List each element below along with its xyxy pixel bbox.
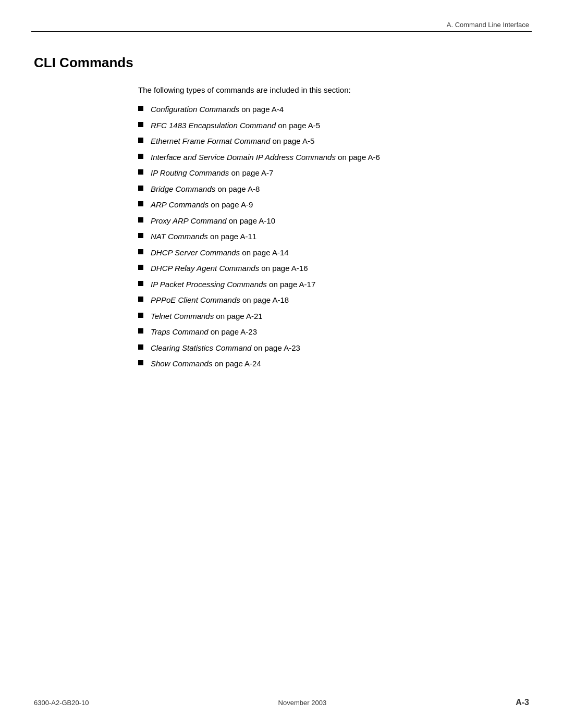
bullet-icon [138, 106, 143, 111]
list-item: DHCP Relay Agent Commands on page A-16 [138, 263, 529, 275]
intro-paragraph: The following types of commands are incl… [138, 85, 529, 94]
list-item-text: DHCP Server Commands on page A-14 [151, 247, 289, 259]
bullet-icon [138, 328, 143, 334]
bullet-icon [138, 169, 143, 175]
list-item-page: on page A-11 [208, 232, 256, 241]
list-item-italic: DHCP Server Commands [151, 248, 240, 257]
bullet-icon [138, 217, 143, 223]
list-item-page: on page A-4 [239, 105, 284, 114]
list-item-page: on page A-6 [336, 153, 380, 162]
list-item: Telnet Commands on page A-21 [138, 311, 529, 323]
bullet-icon [138, 313, 143, 318]
command-list: Configuration Commands on page A-4RFC 14… [138, 104, 529, 370]
list-item-page: on page A-8 [215, 184, 260, 193]
list-item: Ethernet Frame Format Command on page A-… [138, 135, 529, 147]
list-item: PPPoE Client Commands on page A-18 [138, 294, 529, 306]
list-item-page: on page A-9 [209, 200, 253, 209]
list-item-italic: ARP Commands [151, 200, 209, 209]
list-item-italic: Traps Command [151, 327, 209, 336]
list-item-text: Ethernet Frame Format Command on page A-… [151, 135, 314, 147]
bullet-icon [138, 186, 143, 191]
list-item-page: on page A-21 [214, 312, 262, 320]
bullet-icon [138, 249, 143, 254]
list-item: Traps Command on page A-23 [138, 326, 529, 338]
list-item: Interface and Service Domain IP Address … [138, 152, 529, 164]
list-item-text: Configuration Commands on page A-4 [151, 104, 284, 116]
bullet-icon [138, 297, 143, 302]
list-item: Clearing Statistics Command on page A-23 [138, 342, 529, 354]
list-item: RFC 1483 Encapsulation Command on page A… [138, 120, 529, 132]
page-title: CLI Commands [34, 55, 529, 71]
list-item-page: on page A-17 [267, 280, 315, 289]
list-item-page: on page A-5 [276, 121, 320, 130]
bullet-icon [138, 344, 143, 350]
list-item-page: on page A-16 [259, 264, 308, 273]
list-item-italic: PPPoE Client Commands [151, 295, 240, 304]
list-item-text: Interface and Service Domain IP Address … [151, 152, 380, 164]
list-item-text: NAT Commands on page A-11 [151, 231, 256, 243]
list-item-page: on page A-10 [227, 216, 275, 225]
list-item-italic: DHCP Relay Agent Commands [151, 264, 259, 273]
list-item-text: IP Routing Commands on page A-7 [151, 167, 273, 179]
list-item-text: Bridge Commands on page A-8 [151, 183, 260, 195]
main-content: CLI Commands The following types of comm… [34, 44, 529, 374]
list-item-italic: Clearing Statistics Command [151, 343, 251, 352]
list-item-italic: NAT Commands [151, 232, 208, 241]
bullet-icon [138, 154, 143, 159]
page-footer: 6300-A2-GB20-10 November 2003 A-3 [34, 698, 529, 707]
list-item-page: on page A-18 [240, 295, 289, 304]
footer-center: November 2003 [278, 699, 327, 707]
footer-right: A-3 [516, 698, 529, 707]
list-item-page: on page A-7 [229, 168, 273, 177]
list-item-italic: IP Routing Commands [151, 168, 229, 177]
header-rule [31, 31, 532, 32]
list-item-italic: Telnet Commands [151, 312, 214, 320]
list-item-italic: Bridge Commands [151, 184, 215, 193]
footer-left: 6300-A2-GB20-10 [34, 699, 89, 707]
bullet-icon [138, 281, 143, 286]
list-item: Configuration Commands on page A-4 [138, 104, 529, 116]
list-item: IP Packet Processing Commands on page A-… [138, 279, 529, 291]
list-item: NAT Commands on page A-11 [138, 231, 529, 243]
list-item-text: IP Packet Processing Commands on page A-… [151, 279, 315, 291]
list-item: Proxy ARP Command on page A-10 [138, 215, 529, 227]
bullet-icon [138, 138, 143, 143]
list-item-text: Telnet Commands on page A-21 [151, 311, 263, 323]
bullet-icon [138, 360, 143, 365]
list-item-text: Proxy ARP Command on page A-10 [151, 215, 275, 227]
bullet-icon [138, 265, 143, 270]
list-item: Show Commands on page A-24 [138, 358, 529, 370]
list-item-page: on page A-5 [270, 137, 314, 145]
list-item-italic: Interface and Service Domain IP Address … [151, 153, 336, 162]
list-item-italic: Ethernet Frame Format Command [151, 137, 270, 145]
bullet-icon [138, 201, 143, 206]
list-item-text: Show Commands on page A-24 [151, 358, 261, 370]
list-item: IP Routing Commands on page A-7 [138, 167, 529, 179]
list-item-italic: IP Packet Processing Commands [151, 280, 267, 289]
list-item-text: Traps Command on page A-23 [151, 326, 257, 338]
list-item: DHCP Server Commands on page A-14 [138, 247, 529, 259]
list-item-text: DHCP Relay Agent Commands on page A-16 [151, 263, 308, 275]
list-item: Bridge Commands on page A-8 [138, 183, 529, 195]
list-item-page: on page A-24 [212, 359, 261, 368]
list-item-text: PPPoE Client Commands on page A-18 [151, 294, 289, 306]
list-item-page: on page A-23 [251, 343, 300, 352]
bullet-icon [138, 122, 143, 127]
list-item-text: ARP Commands on page A-9 [151, 199, 253, 211]
list-item-text: Clearing Statistics Command on page A-23 [151, 342, 300, 354]
list-item-text: RFC 1483 Encapsulation Command on page A… [151, 120, 320, 132]
list-item-italic: Configuration Commands [151, 105, 239, 114]
list-item-italic: Show Commands [151, 359, 212, 368]
list-item-page: on page A-14 [240, 248, 288, 257]
list-item-italic: Proxy ARP Command [151, 216, 227, 225]
list-item-page: on page A-23 [209, 327, 257, 336]
header-text: A. Command Line Interface [447, 21, 529, 29]
bullet-icon [138, 233, 143, 238]
list-item-italic: RFC 1483 Encapsulation Command [151, 121, 276, 130]
list-item: ARP Commands on page A-9 [138, 199, 529, 211]
